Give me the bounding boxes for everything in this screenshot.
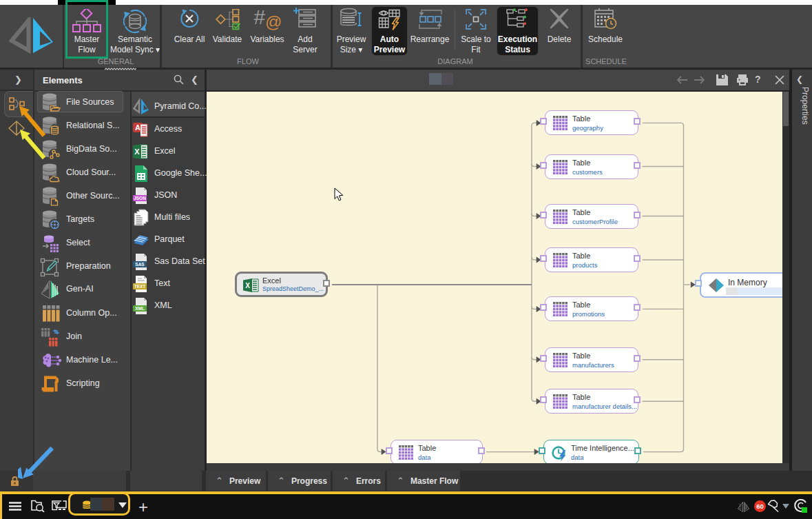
svg-text:A: A xyxy=(135,123,140,132)
svg-text:JSON: JSON xyxy=(134,196,146,201)
svg-text:XML: XML xyxy=(135,306,145,311)
svg-text:X: X xyxy=(245,282,250,289)
svg-text:X: X xyxy=(134,147,140,156)
svg-text:TEXT: TEXT xyxy=(134,284,146,289)
svg-text:SAS: SAS xyxy=(135,262,145,267)
